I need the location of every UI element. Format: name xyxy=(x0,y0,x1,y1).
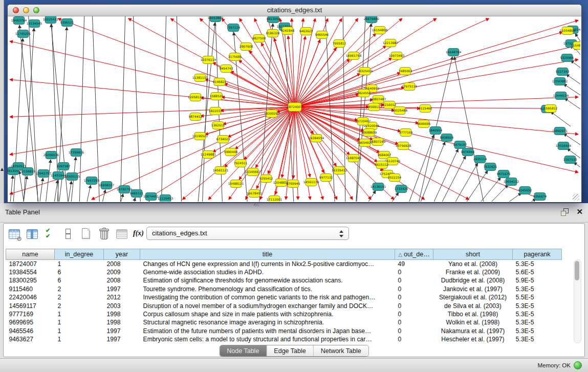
network-node[interactable]: 15892971 xyxy=(552,127,568,135)
network-node[interactable]: 9245652 xyxy=(518,187,532,194)
table-cell[interactable]: 5.3E-5 xyxy=(513,327,562,335)
table-cell[interactable]: 0 xyxy=(395,318,433,326)
table-cell[interactable]: 0 xyxy=(395,301,433,310)
table-cell[interactable]: 1997 xyxy=(104,327,140,335)
table-row[interactable]: 946554611997Estimation of the future num… xyxy=(6,327,562,335)
network-node[interactable]: 14569117 xyxy=(366,103,382,111)
network-node[interactable]: 11054808 xyxy=(560,27,576,35)
table-cell[interactable]: 2 xyxy=(55,285,104,293)
table-cell[interactable]: Dudbridge et al. (2008) xyxy=(433,276,513,285)
network-node[interactable]: 9474444 xyxy=(461,148,475,156)
table-cell[interactable]: Nakamura et al. (1997) xyxy=(433,327,513,335)
network-node[interactable]: 12156819 xyxy=(20,168,36,176)
table-cell[interactable]: Changes of HCN gene expression and I(f) … xyxy=(140,260,395,268)
network-node[interactable]: 10973493 xyxy=(389,52,405,60)
network-node[interactable]: 10025411 xyxy=(43,16,59,24)
float-panel-icon[interactable] xyxy=(561,208,569,216)
window-resize-grip[interactable] xyxy=(573,194,579,201)
network-node[interactable]: 8769945 xyxy=(287,180,300,188)
tab-edge-table[interactable]: Edge Table xyxy=(266,345,313,356)
network-node[interactable]: 17957255 xyxy=(84,177,100,185)
table-cell[interactable]: Disruption of a novel member of a sodium… xyxy=(140,301,395,310)
table-cell[interactable]: Tibbo et al. (1998) xyxy=(433,310,513,318)
network-node[interactable]: 10807487 xyxy=(371,96,386,103)
table-row[interactable]: 1872400712008Changes of HCN gene express… xyxy=(6,260,562,268)
table-row[interactable]: 969969511998Structural magnetic resonanc… xyxy=(6,318,562,326)
network-node[interactable]: 9777169 xyxy=(399,129,413,137)
table-cell[interactable]: 5.3E-5 xyxy=(513,335,562,343)
column-header-name[interactable]: name xyxy=(6,249,55,260)
network-node[interactable]: 9146821 xyxy=(213,78,227,86)
table-cell[interactable]: 6 xyxy=(55,276,104,285)
network-node[interactable]: 16961758 xyxy=(346,52,362,60)
network-node[interactable]: 9465121 xyxy=(130,190,144,198)
network-node[interactable]: 8454743 xyxy=(220,65,233,73)
network-node[interactable]: 18325419 xyxy=(357,68,373,75)
network-node[interactable]: 9356674 xyxy=(533,193,547,201)
column-header-short[interactable]: short xyxy=(433,249,513,260)
table-cell[interactable]: 0 xyxy=(395,310,433,318)
network-node[interactable]: 11745201 xyxy=(15,30,31,38)
network-node[interactable]: 2935114 xyxy=(473,156,487,163)
table-cell[interactable]: 1 xyxy=(55,335,104,343)
network-node[interactable]: 2867608 xyxy=(239,43,253,51)
table-cell[interactable]: Investigating the contribution of common… xyxy=(140,293,395,301)
network-node[interactable]: 9977132 xyxy=(319,174,333,182)
network-node[interactable]: 16958107 xyxy=(99,182,115,189)
network-node[interactable]: 15134545 xyxy=(27,20,42,28)
show-hide-column-icon[interactable] xyxy=(26,227,39,240)
network-node[interactable]: 7485063 xyxy=(399,68,412,75)
network-node[interactable]: 7357224 xyxy=(227,24,241,32)
table-scrollbar-thumb[interactable] xyxy=(575,261,579,280)
table-cell[interactable]: 9115460 xyxy=(6,285,55,293)
network-node[interactable]: 12213987 xyxy=(383,39,399,47)
function-builder-icon[interactable]: f(x) xyxy=(133,227,146,240)
network-node[interactable]: 9242848 xyxy=(281,27,295,35)
table-cell[interactable]: Embryonic stem cells: a model to study s… xyxy=(140,335,395,343)
network-node[interactable]: 14136141 xyxy=(371,183,386,191)
network-node[interactable]: 16154808 xyxy=(372,27,388,34)
window-titlebar[interactable]: citations_edges.txt xyxy=(8,5,581,16)
network-node[interactable]: 1990448 xyxy=(224,148,238,156)
network-node[interactable]: 10345667 xyxy=(245,168,261,176)
table-cell[interactable]: 2008 xyxy=(104,260,140,268)
network-node[interactable]: 17975115 xyxy=(402,83,418,91)
network-node[interactable]: 10376114 xyxy=(201,56,216,64)
network-node[interactable]: 10196521 xyxy=(192,133,208,140)
deselect-rows-icon[interactable] xyxy=(61,227,75,240)
table-cell[interactable]: Tourette syndrome. Phenomenology and cla… xyxy=(140,285,395,293)
table-cell[interactable]: 5.5E-5 xyxy=(513,293,562,301)
network-node[interactable]: 14561178 xyxy=(303,179,319,186)
table-cell[interactable]: 49 xyxy=(395,260,433,268)
network-node[interactable]: 11381111 xyxy=(192,74,208,82)
network-node[interactable]: 7924511 xyxy=(234,160,248,167)
table-cell[interactable]: Jankovic et al. (1997) xyxy=(433,285,513,293)
table-cell[interactable]: 2009 xyxy=(104,268,140,276)
network-node[interactable]: 10874451 xyxy=(143,193,159,201)
network-node[interactable]: 19384554 xyxy=(309,135,324,142)
network-node[interactable]: 3824554 xyxy=(357,90,371,97)
table-cell[interactable]: Stergiakouli et al. (2012) xyxy=(433,293,513,301)
network-node[interactable]: 9115460 xyxy=(419,105,432,113)
network-node[interactable]: 15488121 xyxy=(228,180,244,188)
network-node[interactable]: 17112001 xyxy=(267,196,282,202)
table-cell[interactable]: 18300295 xyxy=(6,276,55,285)
delete-trash-icon[interactable] xyxy=(97,227,111,240)
network-node[interactable]: 11249881 xyxy=(201,151,216,159)
table-row[interactable]: 946362711997Embryonic stem cells: a mode… xyxy=(6,335,562,343)
table-cell[interactable]: 9777169 xyxy=(6,310,55,318)
table-cell[interactable]: 2008 xyxy=(104,276,140,285)
table-cell[interactable]: 5.3E-5 xyxy=(513,301,562,310)
network-node[interactable]: 9227343 xyxy=(556,68,570,76)
table-row[interactable]: 977716911998Corpus callosum shape and si… xyxy=(6,310,562,318)
table-cell[interactable]: 1 xyxy=(55,318,104,326)
network-node[interactable]: 16335412 xyxy=(332,167,347,174)
network-node[interactable]: 10654112 xyxy=(504,178,519,186)
table-cell[interactable]: Corpus callosum shape and size in male p… xyxy=(140,310,395,318)
network-node[interactable]: 16648784 xyxy=(446,49,462,56)
table-cell[interactable]: 1 xyxy=(55,310,104,318)
network-node[interactable]: 1822037 xyxy=(209,107,223,115)
network-node[interactable]: 15720407 xyxy=(355,118,371,125)
table-cell[interactable]: 0 xyxy=(395,293,433,301)
column-header-in_degree[interactable]: in_degree xyxy=(55,249,104,260)
